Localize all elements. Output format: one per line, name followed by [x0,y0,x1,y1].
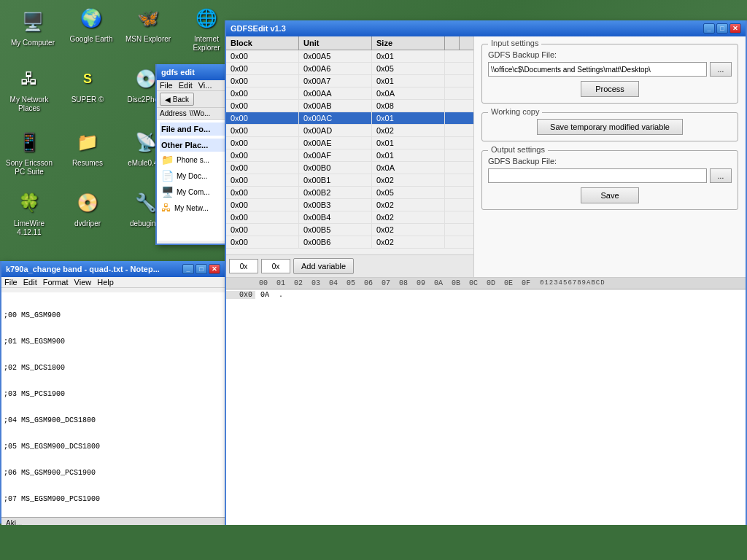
table-row[interactable]: 0x00 0x00B6 0x02 [226,236,473,249]
hex-col-0d: 0D [483,279,499,287]
save-variable-button[interactable]: Save temporary modified variable [537,119,683,135]
gdfs-inner: Block Unit Size 0x00 0x00A5 0x01 0x00 [226,36,746,525]
close-button[interactable]: ✕ [209,264,220,274]
save-output-button[interactable]: Save [581,187,639,203]
notepad-content[interactable]: ;00 MS_GSM900 ;01 MS_EGSM900 ;02 MS_DCS1… [1,292,225,517]
desktop-icon-resumes[interactable]: 📁 Resumes [62,128,113,168]
hex-col-0f: 0F [518,279,534,287]
maximize-button[interactable]: □ [196,264,207,274]
desktop-icon-sony[interactable]: 📱 Sony Ericsson PC Suite [4,128,55,176]
table-row[interactable]: 0x00 0x00AD 0x02 [226,125,473,137]
computer-icon: 🖥️ [18,7,47,36]
icon-label: Sony Ericsson PC Suite [4,159,55,176]
icon-label: MSN Explorer [123,35,174,44]
input-settings-title: Input settings [488,39,541,47]
hex-col-06: 06 [360,279,376,287]
hex-col-0a: 0A [430,279,446,287]
gdfs-title: GDFSEdit v1.3 [231,24,286,33]
menu-view[interactable]: View [74,278,92,287]
browse-button[interactable]: ... [710,62,732,77]
menu-edit[interactable]: Edit [179,81,193,90]
table-row[interactable]: 0x00 0x00B3 0x02 [226,199,473,211]
output-browse-button[interactable]: ... [710,168,732,183]
notepad-title: k790a_change band - quad-.txt - Notep... [6,265,160,273]
msn-icon: 🦋 [133,4,163,33]
notepad-line: ;07 MS_EGSM900_PCS1900 [4,494,222,505]
desktop-icon-dvdriper[interactable]: 📀 dvdriper [62,188,113,228]
hex-col-05: 05 [343,279,359,287]
gdfs-titlebar[interactable]: GDFSEdit v1.3 _ □ ✕ [226,20,746,36]
hex-col-0e: 0E [500,279,516,287]
table-row[interactable]: 0x00 0x00A7 0x01 [226,75,473,88]
output-settings-group: Output settings GDFS Backup File: ... Sa… [481,150,738,210]
table-row[interactable]: 0x00 0x00B2 0x05 [226,187,473,199]
menu-file[interactable]: File [160,81,173,90]
menu-view[interactable]: Vi... [198,81,212,90]
table-row[interactable]: 0x00 0x00AE 0x01 [226,137,473,149]
process-button[interactable]: Process [581,81,639,97]
desktop-icon-google-earth[interactable]: 🌍 Google Earth [66,4,117,44]
sony-icon: 📱 [15,128,44,157]
output-settings-title: Output settings [488,145,548,154]
table-row[interactable]: 0x00 0x00B0 0x0A [226,162,473,174]
hex-body[interactable]: 0x0 0A . [226,289,746,525]
hex-col-00: 00 [255,279,271,287]
backup-path-input[interactable] [488,62,707,77]
icon-label: dvdriper [62,219,113,228]
sidebar-item-label: My Com... [177,188,210,196]
table-row[interactable]: 0x00 0x00A5 0x01 [226,50,473,63]
working-copy-group: Working copy Save temporary modified var… [481,112,738,141]
table-row[interactable]: 0x00 0x00A6 0x05 [226,63,473,75]
table-row[interactable]: 0x00 0x00AA 0x0A [226,88,473,100]
backup-path-row: ... [488,62,732,77]
minimize-button[interactable]: _ [703,23,715,34]
desktop-icon-msn[interactable]: 🦋 MSN Explorer [123,4,174,44]
input-settings-group: Input settings GDFS Backup File: ... Pro… [481,44,738,104]
notepad-titlebar[interactable]: k790a_change band - quad-.txt - Notep...… [1,261,225,277]
hex-col-0b: 0B [448,279,464,287]
menu-help[interactable]: Help [97,278,114,287]
desktop-icon-my-computer[interactable]: 🖥️ My Computer [7,7,58,47]
table-row-selected[interactable]: 0x00 0x00AC 0x01 [226,112,473,125]
network-icon: 🖧 [15,64,44,93]
notepad-window: k790a_change band - quad-.txt - Notep...… [0,261,226,524]
hex-col-09: 09 [413,279,429,287]
table-row[interactable]: 0x00 0x00B1 0x02 [226,174,473,187]
address-value: \\Wo... [190,109,211,117]
notepad-controls: _ □ ✕ [182,264,220,274]
hex-input-1[interactable] [229,259,258,273]
table-row[interactable]: 0x00 0x00AF 0x01 [226,149,473,162]
table-body[interactable]: 0x00 0x00A5 0x01 0x00 0x00A6 0x05 0x00 0… [226,50,473,254]
maximize-button[interactable]: □ [716,23,728,34]
gdfs-window: GDFSEdit v1.3 _ □ ✕ Block Unit Size [225,20,747,525]
minimize-button[interactable]: _ [182,264,194,274]
folder-icon: 📁 [161,154,174,166]
hex-input-2[interactable] [261,259,290,273]
table-row[interactable]: 0x00 0x00B4 0x02 [226,211,473,224]
desktop-icon-limewire[interactable]: 🍀 LimeWire 4.12.11 [4,188,55,237]
menu-file[interactable]: File [4,278,18,287]
table-row[interactable]: 0x00 0x00AB 0x08 [226,100,473,112]
row-ascii: . [279,291,284,299]
settings-panel: Input settings GDFS Backup File: ... Pro… [474,36,746,277]
add-variable-button[interactable]: Add variable [293,258,354,274]
sidebar-item-label: My Netw... [174,204,209,212]
resumes-icon: 📁 [73,128,102,157]
gdfs-top: Block Unit Size 0x00 0x00A5 0x01 0x00 [226,36,746,277]
desktop-icon-network[interactable]: 🖧 My Network Places [4,64,55,113]
menu-edit[interactable]: Edit [23,278,37,287]
output-path-row: ... [488,168,732,183]
ascii-header: 0123456789ABCD [540,279,605,287]
output-path-input[interactable] [488,168,707,183]
table-bottom-bar: Add variable [226,254,473,277]
menu-format[interactable]: Format [43,278,69,287]
notepad-line: ;03 MS_PCS1900 [4,389,222,400]
hex-header: 00 01 02 03 04 05 06 07 08 09 0A 0B 0C 0… [226,278,746,289]
notepad-line: ;05 MS_EGSM900_DCS1800 [4,442,222,452]
desktop-icon-super[interactable]: S SUPER © [62,64,113,104]
table-row[interactable]: 0x00 0x00B5 0x02 [226,224,473,236]
back-button[interactable]: ◀ Back [160,93,194,106]
col-size-header: Size [372,36,445,50]
ie-icon: 🌐 [192,4,221,33]
close-button[interactable]: ✕ [729,23,741,34]
